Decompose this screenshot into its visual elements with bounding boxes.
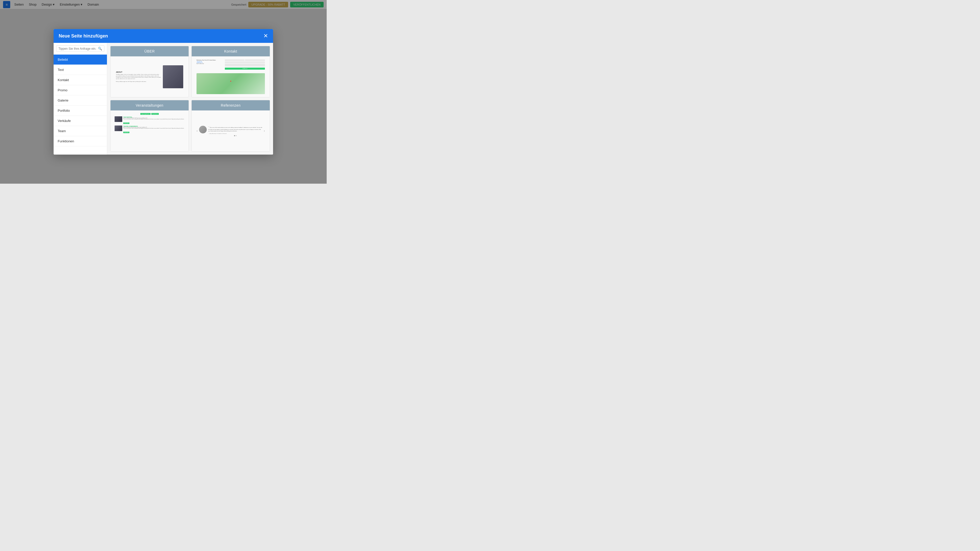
template-card-kontakt[interactable]: Kontakt Manhattan, New York, NY, United … [191, 46, 270, 97]
event-info-2: THE BIG CONFERENCE $68.00 • 01/24/2021 0… [123, 125, 185, 134]
contact-top: Manhattan, New York, NY, United States 1… [197, 59, 265, 72]
tab-upcoming: Upcoming Events [140, 113, 150, 115]
template-card-veranstaltungen[interactable]: Veranstaltungen Upcoming Events Past Eve… [110, 100, 189, 151]
about-preview-text: ABOUT The About page is the core descrip… [116, 71, 161, 83]
add-page-modal: Neue Seite hinzufügen ✕ 🔍 Beliebt [54, 29, 273, 155]
about-text2: Edit your About page from the Pages tab … [116, 81, 161, 83]
dot-2 [235, 135, 237, 136]
search-icon: 🔍 [98, 47, 102, 51]
modal-overlay: Neue Seite hinzufügen ✕ 🔍 Beliebt [0, 0, 327, 184]
about-heading: ABOUT [116, 71, 161, 73]
dot-1 [234, 135, 235, 136]
contact-map [197, 73, 265, 94]
template-header-uber: ÜBER [110, 46, 189, 56]
testimonial-author: — Amy Warmauth, Visualizer of Interiors [208, 133, 262, 134]
template-preview-referenzen: ‹ This is one of the testimonials you ca… [192, 110, 270, 151]
event-thumb-1 [115, 116, 122, 122]
about-text1: The About page is the core description o… [116, 74, 161, 79]
template-card-referenzen[interactable]: Referenzen ‹ This is one of the testimon… [191, 100, 270, 151]
about-preview-image [163, 65, 183, 88]
sidebar-item-text[interactable]: Text [54, 65, 107, 75]
template-preview-veranstaltungen: Upcoming Events Past Events THE FESTIVAL… [110, 110, 189, 151]
next-arrow-icon[interactable]: › [264, 129, 265, 133]
events-preview: Upcoming Events Past Events THE FESTIVAL… [114, 112, 186, 149]
sidebar-item-kontakt[interactable]: Kontakt [54, 75, 107, 85]
template-preview-uber: ABOUT The About page is the core descrip… [110, 56, 189, 97]
sidebar-item-beliebt[interactable]: Beliebt [54, 55, 107, 65]
contact-preview: Manhattan, New York, NY, United States 1… [196, 59, 266, 95]
event-desc-2: This is an event article, used for writi… [123, 128, 185, 129]
contact-info: Manhattan, New York, NY, United States 1… [197, 59, 223, 72]
template-header-referenzen: Referenzen [192, 100, 270, 110]
event-item-2: THE BIG CONFERENCE $68.00 • 01/24/2021 0… [115, 125, 185, 134]
event-info-1: THE FESTIVAL $70.00 • 01/06/2021 08:00 P… [123, 116, 185, 124]
tab-past: Past Events [151, 113, 159, 115]
testimonials-preview: ‹ This is one of the testimonials you ca… [196, 113, 266, 149]
testimonial-avatar [199, 126, 207, 133]
about-preview: ABOUT The About page is the core descrip… [115, 59, 185, 95]
carousel-dots [208, 135, 262, 136]
contact-form: CONTACT US [225, 59, 265, 72]
sidebar-item-funktionen[interactable]: Funktionen [54, 136, 107, 146]
templates-grid: ÜBER ABOUT The About page is the core de… [107, 43, 273, 155]
modal-close-button[interactable]: ✕ [263, 33, 268, 39]
sidebar-item-galerie[interactable]: Galerie [54, 95, 107, 106]
search-input[interactable] [59, 47, 98, 51]
modal-body: 🔍 Beliebt Text Kontakt Promo Galerie [54, 43, 273, 155]
sidebar-item-verkaufe[interactable]: Verkäufe [54, 116, 107, 126]
template-preview-kontakt: Manhattan, New York, NY, United States 1… [192, 56, 270, 97]
event-desc-1: This is an event article, used for writi… [123, 119, 185, 120]
search-box: 🔍 [54, 43, 107, 55]
template-card-uber[interactable]: ÜBER ABOUT The About page is the core de… [110, 46, 189, 97]
testimonial-text: This is one of the testimonials you can … [208, 126, 262, 132]
testimonial-body: This is one of the testimonials you can … [208, 126, 262, 136]
template-header-veranstaltungen: Veranstaltungen [110, 100, 189, 110]
sidebar-item-portfolio[interactable]: Portfolio [54, 106, 107, 116]
testimonial-content: This is one of the testimonials you can … [199, 126, 262, 136]
prev-arrow-icon[interactable]: ‹ [197, 129, 197, 133]
modal-header: Neue Seite hinzufügen ✕ [54, 29, 273, 43]
category-sidebar: 🔍 Beliebt Text Kontakt Promo Galerie [54, 43, 107, 155]
event-btn-1: READ MORE [123, 122, 129, 124]
event-item-1: THE FESTIVAL $70.00 • 01/06/2021 08:00 P… [115, 116, 185, 124]
modal-title: Neue Seite hinzufügen [59, 33, 108, 39]
contact-form-btn: CONTACT US [225, 68, 265, 70]
search-input-wrap[interactable]: 🔍 [56, 45, 104, 52]
template-header-kontakt: Kontakt [192, 46, 270, 56]
sidebar-item-promo[interactable]: Promo [54, 85, 107, 95]
event-btn-2: READ MORE [123, 132, 129, 133]
sidebar-item-team[interactable]: Team [54, 126, 107, 136]
event-tabs: Upcoming Events Past Events [115, 113, 185, 115]
event-thumb-2 [115, 125, 122, 131]
